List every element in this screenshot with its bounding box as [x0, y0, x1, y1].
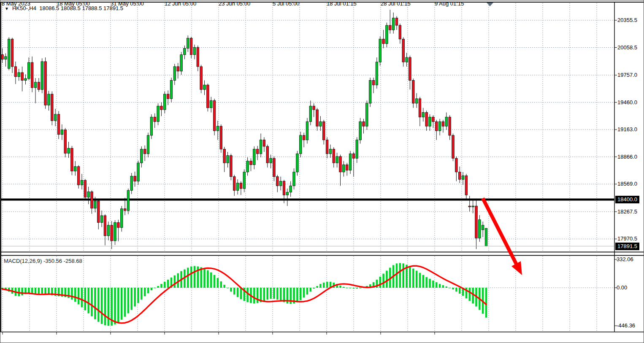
macd-histogram-bar — [240, 288, 242, 299]
macd-histogram-bar — [84, 288, 87, 311]
candle-body — [130, 176, 133, 191]
panel-separator[interactable] — [0, 255, 644, 256]
macd-histogram-bar — [379, 277, 381, 288]
chart-bottom-border — [0, 332, 644, 332]
candle-body — [91, 192, 93, 208]
candle-body — [31, 62, 33, 88]
macd-histogram-bar — [94, 288, 96, 319]
candle-body — [435, 122, 438, 131]
macd-histogram-bar — [233, 288, 235, 294]
candle-body — [458, 172, 461, 179]
candle-body — [177, 67, 179, 71]
chart-canvas[interactable] — [0, 0, 644, 343]
macd-histogram-bar — [44, 288, 46, 294]
candle-body — [399, 25, 401, 39]
macd-histogram-bar — [326, 282, 328, 288]
candle-body — [372, 80, 375, 85]
price-axis-label: 19757.0 — [617, 72, 637, 78]
candle-body — [57, 114, 60, 135]
candle-body — [200, 67, 203, 89]
symbol-dropdown-icon[interactable]: ▼ — [5, 6, 9, 11]
time-axis-label: 8 May 2023 — [2, 0, 30, 7]
candle-body — [369, 80, 371, 103]
chart-left-border — [0, 2, 1, 332]
candle-body — [415, 99, 418, 103]
down-arrow-shaft[interactable] — [483, 198, 517, 265]
bid-price-tag: 17891.5 — [615, 243, 639, 250]
candle-body — [213, 100, 216, 131]
candle-body — [87, 192, 90, 197]
macd-histogram-bar — [472, 288, 474, 303]
candle-body — [382, 39, 385, 44]
macd-histogram-bar — [396, 263, 398, 288]
candle-body — [193, 47, 196, 54]
candle-body — [28, 62, 30, 78]
candle-body — [479, 220, 481, 238]
macd-histogram-bar — [246, 288, 249, 302]
macd-histogram-bar — [21, 288, 23, 295]
time-axis-label: 12 Jun 05:00 — [165, 0, 196, 7]
candle-body — [465, 176, 468, 195]
candle-body — [406, 57, 408, 62]
candle-body — [227, 156, 229, 163]
candle-body — [111, 225, 113, 241]
macd-histogram-bar — [200, 267, 202, 288]
macd-histogram-bar — [124, 288, 126, 317]
macd-histogram-bar — [402, 263, 404, 288]
hline-price-tag: 18400.0 — [615, 196, 639, 203]
panel-separator[interactable] — [0, 252, 644, 253]
candle-body — [386, 25, 388, 43]
chart-shift-marker-icon[interactable] — [487, 3, 493, 6]
candle-body — [127, 190, 130, 211]
price-axis-label: 20058.5 — [617, 44, 637, 51]
macd-histogram-bar — [353, 288, 355, 289]
candle-body — [472, 206, 474, 207]
candle-body — [84, 180, 87, 197]
candle-body — [306, 122, 308, 140]
candle-body — [303, 135, 305, 140]
candle-body — [203, 85, 206, 89]
time-axis-label: 5 Jul 05:00 — [273, 0, 300, 7]
macd-histogram-bar — [41, 288, 43, 294]
macd-histogram-bar — [210, 273, 212, 288]
candle-body — [266, 146, 269, 163]
candle-body — [425, 113, 428, 127]
macd-histogram-bar — [339, 286, 341, 288]
macd-histogram-bar — [459, 288, 461, 294]
candle-body — [5, 57, 7, 59]
candle-body — [114, 222, 116, 240]
time-axis-label: 18 May 05:00 — [57, 0, 90, 7]
candle-body — [485, 228, 487, 246]
candle-body — [197, 47, 199, 67]
candle-body — [346, 165, 348, 170]
price-axis-label: 19460.0 — [617, 99, 637, 105]
candle-body — [283, 181, 285, 195]
price-axis-label: 19163.0 — [617, 126, 637, 132]
macd-histogram-bar — [409, 267, 411, 288]
candle-body — [349, 154, 352, 170]
candle-body — [243, 172, 246, 189]
macd-histogram-bar — [167, 280, 169, 288]
mt4-chart-window[interactable]: ▼HK50-,H4 18086.5 18088.5 17888.5 17891.… — [0, 0, 644, 343]
candle-body — [137, 163, 140, 181]
macd-histogram-bar — [154, 288, 156, 288]
candle-body — [11, 39, 14, 67]
candle-body — [1, 55, 4, 59]
macd-histogram-bar — [28, 288, 30, 293]
macd-histogram-bar — [429, 279, 431, 288]
macd-histogram-bar — [101, 288, 103, 324]
candle-body — [220, 126, 222, 149]
macd-histogram-bar — [91, 288, 93, 316]
macd-histogram-bar — [187, 268, 189, 288]
macd-histogram-bar — [220, 281, 222, 288]
candle-body — [230, 156, 233, 177]
candle-body — [300, 135, 302, 154]
macd-histogram-bar — [382, 274, 384, 288]
macd-histogram-bar — [276, 288, 279, 300]
macd-histogram-bar — [436, 282, 438, 288]
candle-body — [97, 201, 100, 222]
macd-histogram-bar — [190, 267, 192, 288]
candle-body — [462, 176, 464, 179]
candle-body — [143, 149, 146, 154]
macd-histogram-bar — [217, 278, 219, 288]
